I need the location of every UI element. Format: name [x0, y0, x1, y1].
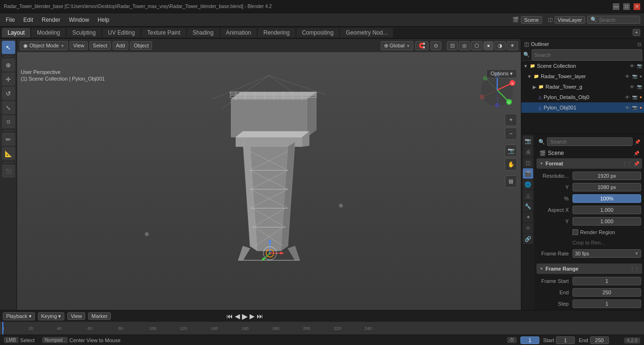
workspace-add-button[interactable]: +	[633, 29, 640, 36]
outliner-item-pylon-details[interactable]: ▶ △ Pylon_Details_Obj0 👁 📷 ●	[521, 92, 644, 102]
viewport-mode-btn[interactable]: ◉ Object Mode	[20, 41, 68, 50]
outliner-search-input[interactable]	[532, 49, 642, 61]
outliner-item-scene-collection[interactable]: ▼ 📁 Scene Collection 👁 📷	[521, 61, 644, 71]
start-input[interactable]: 1	[556, 336, 575, 344]
outliner-item-radar-tower-layer[interactable]: ▼ 📁 Radar_Tower_layer 👁 📷 ●	[521, 71, 644, 82]
props-search-input[interactable]	[547, 137, 633, 146]
frame-step-value[interactable]: 1	[572, 300, 641, 308]
frame-rate-value[interactable]: 30 fps	[572, 249, 641, 258]
world-properties-btn[interactable]: 🌐	[523, 179, 533, 190]
search-bar-top[interactable]: 🔍	[587, 16, 640, 24]
viewport-view-btn[interactable]: View	[70, 41, 88, 50]
viewport-xray-btn[interactable]: ⬡	[471, 41, 483, 50]
render-properties-btn[interactable]: 📷	[523, 136, 533, 146]
outliner-item-pylon-obj001[interactable]: ▶ △ Pylon_Obj001 👁 📷 ●	[521, 102, 644, 113]
format-section-header[interactable]: Format ⋮⋮ 📌	[537, 158, 642, 169]
particles-properties-btn[interactable]: ✦	[523, 212, 533, 222]
snap-btn[interactable]: 🧲	[415, 41, 429, 50]
viewport-add-btn[interactable]: Add	[113, 41, 129, 50]
playback-btn[interactable]: Playback ▾	[3, 312, 35, 320]
menu-window[interactable]: Window	[65, 16, 93, 24]
scene-properties-btn[interactable]: 🎬	[523, 168, 533, 179]
tab-animation[interactable]: Animation	[220, 28, 257, 37]
move-tool[interactable]: ✛	[2, 73, 15, 86]
viewport-shading-material-btn[interactable]: ◑	[494, 41, 506, 50]
object-properties-btn[interactable]: △	[523, 190, 533, 200]
viewport-options-btn[interactable]: Options ▾	[486, 69, 517, 78]
visibility-eye-sc[interactable]: 👁	[630, 64, 635, 69]
viewport[interactable]: ◉ Object Mode View Select Add Object ⊕ G…	[17, 39, 521, 310]
close-button[interactable]: ✕	[634, 3, 640, 10]
search-input-top[interactable]	[599, 17, 637, 23]
outliner-filter-btn[interactable]: ⊡	[637, 42, 641, 47]
tab-texture-paint[interactable]: Texture Paint	[142, 28, 186, 37]
tab-compositing[interactable]: Compositing	[296, 28, 340, 37]
timeline-track[interactable]: 1 20 40 60 80 100 120 140 160 180 200 22…	[0, 322, 644, 335]
constraints-properties-btn[interactable]: 🔗	[523, 234, 533, 244]
resolution-y-value[interactable]: 1080 px	[572, 183, 641, 191]
current-frame-input[interactable]: 1	[520, 336, 539, 344]
visibility-eye-po[interactable]: 👁	[625, 105, 630, 110]
aspect-x-value[interactable]: 1.000	[572, 206, 641, 214]
zoom-in-btn[interactable]: +	[505, 114, 517, 126]
annotate-tool[interactable]: ✏	[2, 133, 15, 146]
jump-end-btn[interactable]: ⏭	[257, 312, 263, 320]
visibility-eye-rtg[interactable]: 👁	[630, 84, 635, 90]
frame-start-value[interactable]: 1	[572, 277, 641, 285]
scale-tool[interactable]: ⤡	[2, 101, 15, 114]
outliner-item-radar-tower-g[interactable]: ▶ 📁 Radar_Tower_g 👁 📷	[521, 82, 644, 92]
tab-rendering[interactable]: Rendering	[258, 28, 295, 37]
play-btn[interactable]: ▶	[242, 312, 248, 321]
view-layer-properties-btn[interactable]: ◫	[523, 157, 533, 168]
visibility-eye-pd[interactable]: 👁	[625, 95, 630, 100]
next-frame-btn[interactable]: ▶	[250, 312, 255, 320]
visibility-eye-rtl[interactable]: 👁	[625, 74, 630, 79]
pan-btn[interactable]: ✋	[505, 158, 517, 171]
proportional-btn[interactable]: ⊙	[430, 41, 441, 50]
frame-range-header[interactable]: Frame Range ⋮⋮	[537, 263, 642, 274]
viewlayer-selector[interactable]: ViewLayer	[555, 16, 585, 24]
menu-render[interactable]: Render	[38, 16, 64, 24]
format-menu-btn[interactable]: ⋮⋮	[622, 161, 632, 166]
props-pin-btn[interactable]: 📌	[635, 139, 640, 145]
viewport-gizmo-btn[interactable]: ⊡	[447, 41, 458, 50]
render-toggle-pd[interactable]: 📷	[632, 95, 637, 100]
menu-file[interactable]: File	[2, 16, 18, 24]
rotate-tool[interactable]: ↺	[2, 87, 15, 100]
scene-selector[interactable]: Scene	[521, 16, 542, 24]
viewport-select-btn[interactable]: Select	[89, 41, 111, 50]
cursor-tool[interactable]: ⊕	[2, 58, 15, 72]
render-toggle-sc[interactable]: 📷	[637, 64, 642, 68]
render-region-checkbox[interactable]	[572, 229, 578, 235]
tab-layout[interactable]: Layout	[2, 28, 30, 37]
prev-frame-btn[interactable]: ◀	[235, 312, 240, 320]
measure-tool[interactable]: 📐	[2, 147, 15, 160]
resolution-x-value[interactable]: 1920 px	[572, 172, 641, 180]
menu-help[interactable]: Help	[94, 16, 113, 24]
end-input[interactable]: 250	[590, 336, 609, 344]
tab-modeling[interactable]: Modeling	[31, 28, 66, 37]
aspect-y-value[interactable]: 1.000	[572, 217, 641, 226]
viewport-overlay-btn[interactable]: ◎	[459, 41, 470, 50]
select-tool[interactable]: ↖	[2, 41, 15, 54]
output-properties-btn[interactable]: 🖨	[523, 146, 533, 157]
keying-btn[interactable]: Keying ▾	[38, 312, 65, 320]
restrict-toggle-rtl[interactable]: ●	[640, 74, 642, 79]
pin-scene-btn[interactable]: 📌	[634, 151, 639, 156]
format-pin-btn[interactable]: 📌	[634, 161, 639, 166]
view-btn[interactable]: View	[67, 312, 85, 320]
transform-orient-btn[interactable]: ⊕ Global	[381, 41, 414, 50]
viewport-object-btn[interactable]: Object	[130, 41, 152, 50]
jump-start-btn[interactable]: ⏮	[226, 312, 233, 320]
menu-edit[interactable]: Edit	[19, 16, 37, 24]
render-toggle-rtg[interactable]: 📷	[637, 84, 642, 89]
frame-end-value[interactable]: 250	[572, 288, 641, 297]
grid-toggle-btn[interactable]: ⊞	[505, 175, 517, 188]
viewport-shading-rendered-btn[interactable]: ☀	[507, 41, 518, 50]
add-cube-tool[interactable]: ⬛	[2, 164, 15, 178]
tab-uv-editing[interactable]: UV Editing	[102, 28, 141, 37]
viewport-shading-solid-btn[interactable]: ●	[483, 41, 493, 50]
tab-geometry-nodes[interactable]: Geometry Nod...	[340, 28, 393, 37]
render-toggle-po[interactable]: 📷	[632, 105, 637, 110]
maximize-button[interactable]: □	[623, 3, 630, 10]
